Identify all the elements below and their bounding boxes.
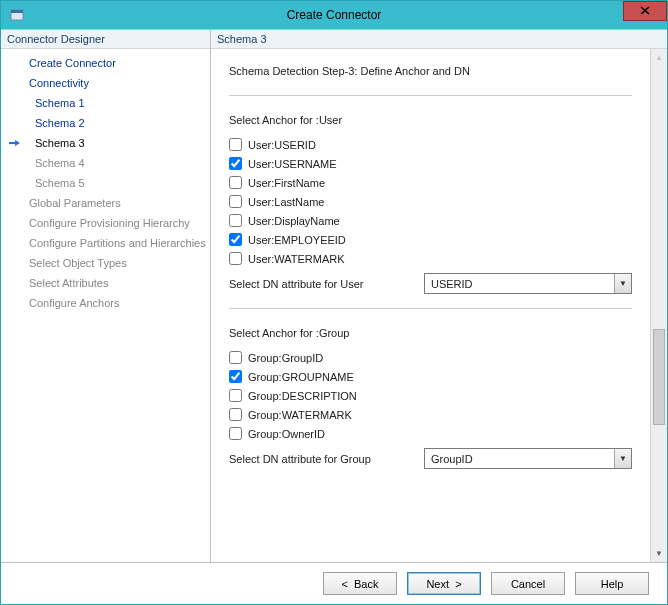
user-dn-row: Select DN attribute for User USERID ▼ [229, 273, 632, 294]
group-dn-value: GroupID [425, 453, 614, 465]
back-button[interactable]: < Back [323, 572, 397, 595]
close-button[interactable] [623, 1, 667, 21]
sidebar-header: Connector Designer [1, 30, 210, 49]
nav-item[interactable]: Schema 3 [1, 133, 210, 153]
nav-item[interactable]: Schema 1 [1, 93, 210, 113]
step-title: Schema Detection Step-3: Define Anchor a… [229, 65, 632, 87]
sidebar: Connector Designer Create ConnectorConne… [1, 30, 211, 562]
help-button[interactable]: Help [575, 572, 649, 595]
app-icon [9, 7, 25, 23]
scroll-down-arrow-icon: ▼ [651, 545, 667, 562]
group-anchor-checkbox[interactable] [229, 427, 242, 440]
main-header: Schema 3 [211, 30, 667, 49]
group-anchor-checkbox[interactable] [229, 408, 242, 421]
group-anchor-checkbox-label: Group:WATERMARK [248, 409, 352, 421]
user-anchor-check-row: User:LastName [229, 195, 632, 208]
user-dn-value: USERID [425, 278, 614, 290]
dialog-body: Connector Designer Create ConnectorConne… [1, 29, 667, 562]
user-anchor-checkbox[interactable] [229, 195, 242, 208]
divider [229, 308, 632, 309]
user-dn-combobox[interactable]: USERID ▼ [424, 273, 632, 294]
group-dn-combobox[interactable]: GroupID ▼ [424, 448, 632, 469]
user-anchor-checkbox[interactable] [229, 233, 242, 246]
group-anchor-checkbox[interactable] [229, 370, 242, 383]
group-anchor-check-row: Group:OwnerID [229, 427, 632, 440]
svg-rect-1 [11, 10, 23, 13]
group-anchor-label: Select Anchor for :Group [229, 327, 632, 339]
close-icon [640, 4, 650, 18]
user-anchor-checkbox[interactable] [229, 176, 242, 189]
user-dn-label: Select DN attribute for User [229, 278, 424, 290]
group-anchor-checkbox-label: Group:GROUPNAME [248, 371, 354, 383]
content-wrap: Schema Detection Step-3: Define Anchor a… [211, 49, 667, 562]
user-anchor-checkbox[interactable] [229, 214, 242, 227]
divider [229, 95, 632, 96]
user-anchor-checkbox-label: User:USERNAME [248, 158, 337, 170]
nav-item: Global Parameters [1, 193, 210, 213]
nav-item: Select Object Types [1, 253, 210, 273]
group-anchor-checkbox[interactable] [229, 389, 242, 402]
user-anchor-check-row: User:EMPLOYEEID [229, 233, 632, 246]
user-anchor-check-row: User:FirstName [229, 176, 632, 189]
cancel-button[interactable]: Cancel [491, 572, 565, 595]
group-anchor-checkbox-label: Group:DESCRIPTION [248, 390, 357, 402]
group-anchor-check-row: Group:GROUPNAME [229, 370, 632, 383]
group-anchor-check-row: Group:WATERMARK [229, 408, 632, 421]
nav-item[interactable]: Create Connector [1, 53, 210, 73]
user-anchor-checkbox-label: User:WATERMARK [248, 253, 345, 265]
scroll-up-arrow-icon: ▲ [651, 49, 667, 66]
user-anchor-checkbox-label: User:USERID [248, 139, 316, 151]
nav-item: Configure Partitions and Hierarchies [1, 233, 210, 253]
titlebar: Create Connector [1, 1, 667, 29]
user-anchor-check-row: User:USERNAME [229, 157, 632, 170]
group-anchor-checkbox-label: Group:GroupID [248, 352, 323, 364]
nav-item: Configure Provisioning Hierarchy [1, 213, 210, 233]
group-anchor-check-row: Group:GroupID [229, 351, 632, 364]
group-dn-row: Select DN attribute for Group GroupID ▼ [229, 448, 632, 469]
scroll-track[interactable] [651, 66, 667, 545]
nav-item: Select Attributes [1, 273, 210, 293]
nav-item: Schema 4 [1, 153, 210, 173]
window-title: Create Connector [1, 8, 667, 22]
group-anchor-check-row: Group:DESCRIPTION [229, 389, 632, 402]
user-anchor-checkbox[interactable] [229, 157, 242, 170]
user-anchor-check-row: User:WATERMARK [229, 252, 632, 265]
nav-item[interactable]: Schema 2 [1, 113, 210, 133]
group-anchor-checkbox-label: Group:OwnerID [248, 428, 325, 440]
user-anchor-checkbox-label: User:LastName [248, 196, 324, 208]
dialog-window: Create Connector Connector Designer Crea… [0, 0, 668, 605]
main-panel: Schema 3 Schema Detection Step-3: Define… [211, 30, 667, 562]
nav-item: Schema 5 [1, 173, 210, 193]
user-anchor-checkbox[interactable] [229, 252, 242, 265]
footer: < Back Next > Cancel Help [1, 562, 667, 604]
user-anchor-checkbox-label: User:FirstName [248, 177, 325, 189]
user-anchor-check-row: User:DisplayName [229, 214, 632, 227]
group-anchor-checkbox[interactable] [229, 351, 242, 364]
user-anchor-checkbox-label: User:DisplayName [248, 215, 340, 227]
vertical-scrollbar[interactable]: ▲ ▼ [650, 49, 667, 562]
user-anchor-checkbox[interactable] [229, 138, 242, 151]
user-anchor-checkbox-label: User:EMPLOYEEID [248, 234, 346, 246]
chevron-down-icon: ▼ [614, 274, 631, 293]
group-dn-label: Select DN attribute for Group [229, 453, 424, 465]
user-anchor-check-row: User:USERID [229, 138, 632, 151]
scroll-thumb[interactable] [653, 329, 665, 425]
nav-item: Configure Anchors [1, 293, 210, 313]
chevron-down-icon: ▼ [614, 449, 631, 468]
user-anchor-label: Select Anchor for :User [229, 114, 632, 126]
nav-list: Create ConnectorConnectivitySchema 1Sche… [1, 49, 210, 317]
content-area: Schema Detection Step-3: Define Anchor a… [211, 49, 650, 562]
next-button[interactable]: Next > [407, 572, 481, 595]
nav-item[interactable]: Connectivity [1, 73, 210, 93]
